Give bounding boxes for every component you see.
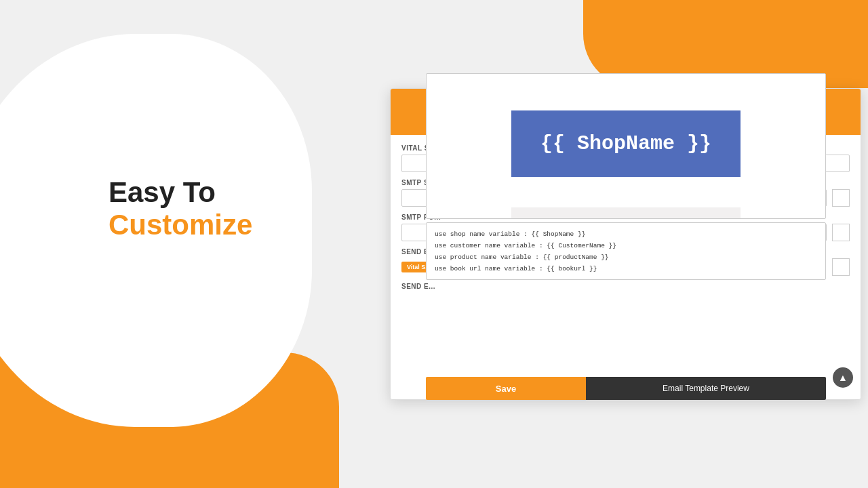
save-button[interactable]: Save [426,377,586,400]
var-line2: use customer name variable : {{ Customer… [435,240,817,251]
email-preview-button[interactable]: Email Template Preview [586,377,826,400]
variables-hint-box: use shop name variable : {{ ShopName }} … [426,222,826,280]
send-email-toggle[interactable] [832,258,850,276]
code-editor: {{ ShopName }} Hi {{ CustomerName }} Tha… [426,73,826,219]
var-line3: use product name variable : {{ productNa… [435,251,817,263]
var-line4: use book url name variable : {{ bookurl … [435,263,817,274]
hero-text: Easy To Customize [108,176,252,242]
var-line1: use shop name variable : {{ ShopName }} [435,228,817,240]
bottom-action-buttons: Save Email Template Preview [426,377,826,400]
scroll-up-button[interactable]: ▲ [833,367,853,388]
smtp-server-toggle[interactable] [832,189,850,207]
send-email2-row: SEND E... [401,283,850,293]
code-editor-content[interactable]: {{ ShopName }} Hi {{ CustomerName }} Tha… [427,74,825,219]
hero-line1: Easy To [108,176,252,209]
send-email2-label: SEND E... [401,283,850,290]
send-email2-group: SEND E... [401,283,850,293]
smtp-port-toggle[interactable] [832,224,850,241]
hero-line2: Customize [108,209,252,241]
